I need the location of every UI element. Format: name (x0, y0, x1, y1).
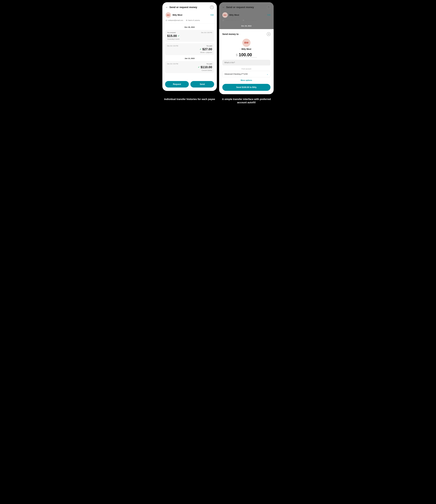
right-user-meta: @ notbwest@email.com 🏛 Bank of Latveria (219, 19, 274, 23)
txn-card-movie[interactable]: Dec 28, 5:34 PM You paid ✔ $27.00 Movie … (165, 43, 214, 55)
right-caption: A simple transfer interface with preferr… (219, 98, 274, 104)
left-user-meta: @ notbwest@email.com 🏛 Bank of Latveria (162, 19, 217, 23)
date-label-1: Dec 28, 2022 (162, 25, 217, 29)
left-edit-link[interactable]: Edit (210, 14, 214, 16)
left-user-name: Billy West (173, 14, 209, 16)
modal-header: Send money to ✕ (222, 32, 271, 36)
back-arrow-right[interactable]: ← (222, 6, 225, 9)
help-icon-left[interactable]: ? (210, 5, 214, 9)
txn-amount-concert: $110.00 (201, 65, 212, 69)
from-account-label: From account (222, 68, 271, 70)
send-to-billy-button[interactable]: Send $100.00 to Billy (222, 84, 271, 91)
left-avatar: BW (165, 12, 171, 18)
account-select[interactable]: Advanced Checking #**1234 ⌄ (222, 71, 271, 77)
email-icon-left: @ (165, 19, 167, 21)
modal-recipient-name: Billy West (242, 48, 251, 50)
left-user-email: notbwest@email.com (168, 19, 183, 21)
right-screen-title: Send or request money (226, 6, 265, 9)
left-caption: Individual transfer histories for each p… (162, 98, 217, 104)
currency-symbol: $ (236, 53, 238, 57)
modal-title: Send money to (222, 33, 238, 36)
right-user-name: Billy West (229, 14, 266, 16)
txn-desc-received: Yesterday's lunch (167, 38, 212, 40)
txn-date-received: Dec 28, 5:30 PM (201, 32, 212, 33)
left-user-row: BW Billy West Edit (162, 11, 217, 19)
close-modal-button[interactable]: ✕ (267, 32, 271, 36)
send-button-left[interactable]: Send (191, 81, 214, 87)
left-user-bank: Bank of Latveria (188, 19, 200, 21)
left-bottom-buttons: Request Send (162, 79, 217, 91)
txn-label-concert: You paid (206, 63, 212, 65)
right-date-label: Dec 28, 2022 (219, 23, 274, 28)
check-icon-received: ✔ (178, 35, 180, 37)
amount-input[interactable] (239, 52, 257, 57)
request-button[interactable]: Request (165, 81, 189, 87)
bank-icon-left: 🏛 (186, 19, 188, 21)
back-arrow-left[interactable]: ← (165, 6, 168, 9)
right-edit-link[interactable]: Edit (267, 14, 271, 16)
right-user-email: notbwest@email.com (225, 19, 240, 21)
captions-row: Individual transfer histories for each p… (155, 94, 281, 106)
modal-avatar-section: BW Billy West (222, 39, 271, 50)
right-grayed-top: ← Send or request money ? BW Billy West … (219, 2, 274, 29)
left-phone-screen: ← Send or request money ? BW Billy West … (162, 2, 217, 91)
right-user-bank: Bank of Latveria (245, 19, 256, 21)
txn-amount-received: $15.00 (167, 34, 177, 38)
txn-date-concert: Dec 28, 5:34 PM (167, 63, 178, 65)
right-avatar: BW (222, 12, 228, 18)
account-name: Advanced Checking #**1234 (225, 73, 248, 75)
right-phone-screen: ← Send or request money ? BW Billy West … (219, 2, 274, 94)
txn-desc-movie: Movie + popcorn (167, 51, 212, 53)
email-icon-right: @ (222, 19, 224, 21)
date-label-2: Jan 13, 2023 (162, 56, 217, 60)
txn-card-concert[interactable]: Dec 28, 5:34 PM You paid ✔ $110.00 Conce… (165, 61, 214, 73)
left-header: ← Send or request money ? (162, 2, 217, 11)
txn-label-received: You received (167, 32, 176, 33)
send-money-modal: Send money to ✕ BW Billy West $ From acc… (219, 29, 274, 94)
txn-label-movie: You paid (206, 45, 212, 47)
amount-row: $ (222, 52, 271, 57)
left-screen-title: Send or request money (169, 6, 209, 9)
right-header: ← Send or request money ? (219, 2, 274, 11)
more-options-link[interactable]: More options (222, 79, 271, 81)
check-icon-movie: ✔ (200, 48, 201, 50)
txn-amount-movie: $27.00 (202, 47, 212, 51)
what-for-input[interactable] (222, 60, 271, 65)
dropdown-chevron-icon: ⌄ (267, 73, 268, 75)
bank-icon-right: 🏛 (243, 19, 244, 21)
txn-date-movie: Dec 28, 5:34 PM (167, 45, 178, 47)
help-icon-right[interactable]: ? (267, 5, 271, 9)
txn-desc-concert: Concert tickets (167, 69, 212, 71)
modal-avatar: BW (242, 39, 250, 47)
check-icon-concert: ✔ (198, 66, 200, 68)
right-user-row: BW Billy West Edit (219, 11, 274, 19)
txn-card-received[interactable]: You received Dec 28, 5:30 PM $15.00 ✔ Ye… (165, 30, 214, 42)
